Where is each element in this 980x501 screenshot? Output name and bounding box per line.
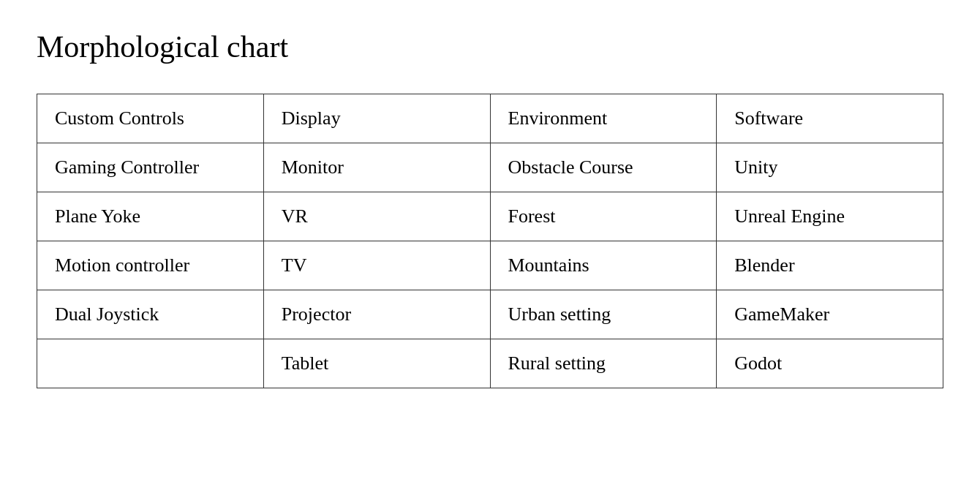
cell-r0-c1: Display — [263, 94, 490, 143]
cell-r4-c2: Urban setting — [490, 290, 717, 339]
cell-r2-c3: Unreal Engine — [717, 192, 943, 241]
cell-r0-c0: Custom Controls — [37, 94, 264, 143]
morphological-table: Custom ControlsDisplayEnvironmentSoftwar… — [37, 94, 943, 388]
cell-r0-c2: Environment — [490, 94, 717, 143]
cell-r0-c3: Software — [717, 94, 943, 143]
table-row: Dual JoystickProjectorUrban settingGameM… — [37, 290, 943, 339]
table-row: TabletRural settingGodot — [37, 339, 943, 388]
cell-r5-c1: Tablet — [263, 339, 490, 388]
cell-r2-c2: Forest — [490, 192, 717, 241]
cell-r4-c3: GameMaker — [717, 290, 943, 339]
cell-r1-c0: Gaming Controller — [37, 143, 264, 192]
cell-r5-c3: Godot — [717, 339, 943, 388]
cell-r2-c0: Plane Yoke — [37, 192, 264, 241]
table-row: Gaming ControllerMonitorObstacle CourseU… — [37, 143, 943, 192]
cell-r5-c2: Rural setting — [490, 339, 717, 388]
cell-r3-c3: Blender — [717, 241, 943, 290]
cell-r4-c0: Dual Joystick — [37, 290, 264, 339]
cell-r3-c0: Motion controller — [37, 241, 264, 290]
cell-r3-c1: TV — [263, 241, 490, 290]
cell-r5-c0 — [37, 339, 264, 388]
table-row: Plane YokeVRForestUnreal Engine — [37, 192, 943, 241]
cell-r1-c3: Unity — [717, 143, 943, 192]
cell-r4-c1: Projector — [263, 290, 490, 339]
cell-r1-c1: Monitor — [263, 143, 490, 192]
cell-r1-c2: Obstacle Course — [490, 143, 717, 192]
cell-r3-c2: Mountains — [490, 241, 717, 290]
table-row: Motion controllerTVMountainsBlender — [37, 241, 943, 290]
table-row: Custom ControlsDisplayEnvironmentSoftwar… — [37, 94, 943, 143]
cell-r2-c1: VR — [263, 192, 490, 241]
page-title: Morphological chart — [37, 29, 943, 64]
